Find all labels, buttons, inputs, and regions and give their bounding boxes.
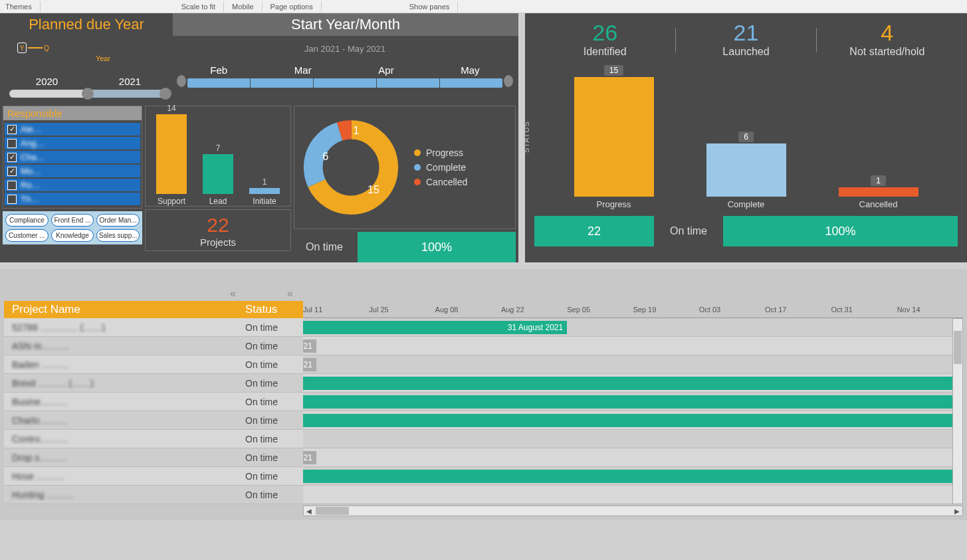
gantt-bar-row (303, 467, 963, 486)
gantt-hscroll[interactable]: ◀ ▶ (303, 506, 963, 516)
status-bar-chart: 15Progress6Complete1Cancelled (534, 63, 958, 209)
month-slider[interactable] (187, 78, 502, 88)
gantt-row[interactable]: Baden ………On time (4, 355, 303, 374)
toolbar-themes[interactable]: Themes (0, 1, 41, 12)
gantt-header-status[interactable]: Status (240, 303, 303, 316)
gantt-date-tick: Oct 17 (765, 306, 831, 314)
responsible-item[interactable]: Th… (5, 193, 140, 205)
gantt-bar-row (303, 374, 963, 393)
left-panel: Planned due Year Start Year/Month Y Q Ye… (0, 13, 518, 262)
gantt-bar-row: 021 (303, 355, 963, 374)
month-tick: Feb (210, 64, 227, 76)
year-quarter-toggle[interactable]: Y Q (17, 43, 171, 53)
checkbox-icon[interactable] (7, 153, 17, 162)
gantt-date-tick: Sep 05 (567, 306, 633, 314)
category-pill[interactable]: Knowledge (51, 229, 94, 242)
gantt-date-tick: Jul 25 (369, 306, 435, 314)
svg-text:1: 1 (354, 124, 360, 136)
summary-nsh-label: Not started/hold (817, 46, 958, 58)
checkbox-icon[interactable] (7, 181, 17, 190)
gantt-row[interactable]: Hunting ………On time (4, 486, 303, 504)
gantt-row[interactable]: Charlo………On time (4, 411, 303, 430)
responsible-label: Th… (21, 194, 39, 204)
year-tick-2021: 2021 (119, 76, 141, 87)
year-slider[interactable] (9, 90, 167, 98)
gantt-bar[interactable]: 021 (303, 358, 316, 371)
gantt-bar[interactable]: 31 August 2021 (303, 321, 567, 334)
responsible-panel: Responsible Ale…Ang…Cha…Mo…Ro…Th… (3, 106, 142, 209)
status-bar: 15Progress (548, 65, 680, 209)
year-slider-handle-right[interactable] (160, 88, 171, 100)
legend-item: Progress (414, 147, 467, 158)
gantt-row[interactable]: Busine………On time (4, 393, 303, 411)
hscroll-left-icon[interactable]: ◀ (304, 508, 314, 515)
year-slider-handle-left[interactable] (82, 88, 94, 100)
gantt-bar[interactable]: 021 (303, 451, 316, 464)
checkbox-icon[interactable] (7, 167, 17, 176)
gantt-bar[interactable] (303, 414, 963, 427)
collapse-left-icon[interactable]: « (230, 288, 236, 300)
month-tick: Apr (378, 64, 393, 76)
project-count-card: 22 Projects (145, 209, 291, 251)
toggle-y[interactable]: Y (17, 43, 27, 53)
gantt-row[interactable]: ASN m………On time (4, 337, 303, 355)
gantt-bar-row: 021 (303, 337, 963, 355)
responsible-item[interactable]: Ro… (5, 179, 140, 191)
status-bar: 1Cancelled (812, 175, 944, 209)
donut-svg: 15 6 1 (301, 118, 401, 217)
right-ontime-pct: 100% (723, 216, 958, 246)
category-pill[interactable]: Compliance (5, 214, 49, 227)
gantt-row[interactable]: Drop s………On time (4, 448, 303, 467)
title-start-year-month: Start Year/Month (173, 13, 518, 36)
month-slider-handle-left[interactable] (177, 75, 186, 87)
gantt-date-tick: Aug 08 (435, 306, 501, 314)
gantt-row[interactable]: Contro………On time (4, 430, 303, 448)
gantt-bar[interactable] (303, 470, 963, 483)
hscroll-right-icon[interactable]: ▶ (952, 508, 962, 515)
category-pill[interactable]: Sales supp... (96, 229, 140, 242)
responsible-label: Ro… (21, 180, 41, 190)
gantt-bar-row: 021 (303, 448, 963, 467)
right-ontime-label: On time (658, 216, 719, 246)
toolbar-scale[interactable]: Scale to fit (173, 1, 224, 12)
responsible-item[interactable]: Ale… (5, 123, 140, 136)
gantt-row[interactable]: Hose ………On time (4, 467, 303, 486)
gantt-header-name[interactable]: Project Name (4, 303, 240, 316)
left-ontime-pct: 100% (358, 232, 516, 262)
gantt-bar-row (303, 486, 963, 504)
gantt-bar[interactable] (303, 377, 963, 390)
toolbar-mobile[interactable]: Mobile (224, 1, 262, 12)
right-count: 22 (534, 216, 654, 246)
toggle-label-year: Year (35, 54, 171, 62)
role-bar: 7Lead (203, 143, 233, 206)
checkbox-icon[interactable] (7, 139, 17, 148)
gantt-row[interactable]: 52786 ………… (……)On time (4, 318, 303, 337)
responsible-item[interactable]: Cha… (5, 151, 140, 163)
responsible-item[interactable]: Ang… (5, 137, 140, 149)
gantt-date-tick: Oct 03 (699, 306, 765, 314)
month-range-label: Jan 2021 - May 2021 (177, 44, 513, 54)
gantt-vscroll[interactable] (952, 318, 963, 504)
gantt-bar[interactable]: 021 (303, 339, 316, 353)
gantt-bar-row (303, 393, 963, 411)
category-pill[interactable]: Customer ... (5, 229, 49, 242)
checkbox-icon[interactable] (7, 125, 17, 134)
gantt-bar[interactable] (303, 395, 963, 409)
gantt-bar-row: 31 August 2021 (303, 318, 963, 337)
category-pill[interactable]: Order Man... (96, 214, 140, 227)
summary-nsh-value: 4 (817, 20, 958, 46)
toolbar-page-options[interactable]: Page options (263, 1, 322, 12)
month-slider-handle-right[interactable] (504, 75, 513, 87)
toggle-q[interactable]: Q (44, 45, 49, 52)
checkbox-icon[interactable] (7, 195, 17, 204)
gantt-row[interactable]: Brexit ……… (……)On time (4, 374, 303, 393)
responsible-title: Responsible (3, 106, 142, 120)
toolbar-show-panes[interactable]: Show panes (401, 1, 459, 12)
year-tick-2020: 2020 (36, 76, 58, 87)
responsible-item[interactable]: Mo… (5, 165, 140, 177)
responsible-label: Ang… (21, 138, 45, 148)
right-panel: 26 Identified 21 Launched 4 Not started/… (525, 13, 967, 262)
month-tick: Mar (294, 64, 312, 76)
collapse-right-icon[interactable]: « (287, 288, 293, 300)
category-pill[interactable]: Front End ... (51, 214, 94, 227)
